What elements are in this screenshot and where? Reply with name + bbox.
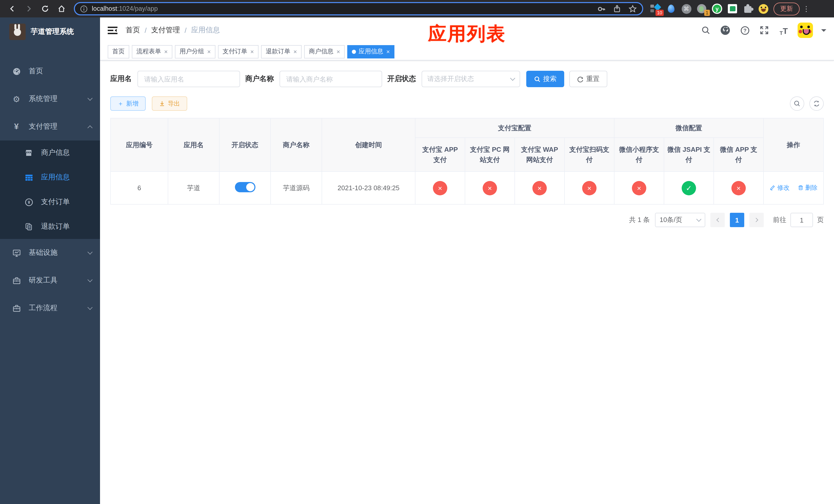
app-table: 应用编号 应用名 开启状态 商户名称 创建时间 支付宝配置 微信配置 操作 支付… bbox=[110, 118, 824, 205]
status-fail-icon: × bbox=[532, 181, 547, 195]
toggle-search-button[interactable] bbox=[790, 96, 804, 111]
tab-home[interactable]: 首页 bbox=[108, 45, 129, 58]
tab-process-form[interactable]: 流程表单× bbox=[132, 45, 172, 58]
sidebar-item-workflow[interactable]: 工作流程 bbox=[0, 294, 100, 322]
refresh-table-button[interactable] bbox=[809, 96, 824, 111]
tab-refund-order[interactable]: 退款订单× bbox=[261, 45, 302, 58]
cell-app-name: 芋道 bbox=[168, 171, 219, 204]
tab-user-group[interactable]: 用户分组× bbox=[175, 45, 215, 58]
close-icon[interactable]: × bbox=[336, 48, 340, 55]
chevron-down-icon bbox=[87, 249, 93, 255]
export-button[interactable]: 导出 bbox=[152, 96, 187, 111]
font-size-icon[interactable]: TT bbox=[778, 25, 789, 36]
sidebar-item-app-info[interactable]: 应用信息 bbox=[0, 165, 100, 190]
status-select[interactable]: 请选择开启状态 bbox=[422, 71, 520, 87]
close-icon[interactable]: × bbox=[164, 48, 168, 55]
app-title: 芋道管理系统 bbox=[31, 27, 74, 37]
close-icon[interactable]: × bbox=[386, 48, 390, 55]
prev-page-button[interactable] bbox=[710, 213, 725, 227]
edit-link[interactable]: 修改 bbox=[769, 184, 789, 192]
close-icon[interactable]: × bbox=[293, 48, 297, 55]
search-icon[interactable] bbox=[700, 25, 711, 36]
chevron-down-icon bbox=[696, 216, 701, 222]
github-icon[interactable] bbox=[720, 25, 731, 36]
chevron-down-icon bbox=[510, 76, 515, 81]
breadcrumb: 首页 / 支付管理 / 应用信息 bbox=[126, 26, 220, 35]
shop-icon bbox=[23, 149, 35, 157]
extension-icon[interactable] bbox=[666, 4, 676, 14]
sidebar-item-system[interactable]: ⚙ 系统管理 bbox=[0, 85, 100, 113]
site-info-icon[interactable] bbox=[80, 5, 88, 13]
payment-submenu: 商户信息 应用信息 ¥ 支付订单 bbox=[0, 140, 100, 239]
user-avatar[interactable] bbox=[797, 23, 813, 38]
home-icon[interactable] bbox=[55, 2, 68, 15]
annotation-title: 应用列表 bbox=[428, 22, 506, 47]
gear-icon: ⚙ bbox=[10, 94, 23, 104]
sidebar: 芋道管理系统 首页 ⚙ 系统管理 ¥ 支付管理 bbox=[0, 18, 100, 504]
tab-merchant-info[interactable]: 商户信息× bbox=[304, 45, 345, 58]
share-icon[interactable] bbox=[613, 5, 621, 13]
col-group-wechat: 微信配置 bbox=[614, 118, 764, 138]
fullscreen-icon[interactable] bbox=[759, 25, 770, 36]
table-row: 6 芋道 芋道源码 2021-10-23 08:49:25 × × × × × bbox=[111, 171, 824, 204]
search-icon bbox=[793, 100, 801, 107]
extensions-area: 10 ⌘ 1 y bbox=[650, 4, 768, 14]
add-button[interactable]: ＋ 新增 bbox=[110, 96, 146, 111]
reload-icon[interactable] bbox=[39, 2, 52, 15]
close-icon[interactable]: × bbox=[250, 48, 254, 55]
sidebar-item-merchant-info[interactable]: 商户信息 bbox=[0, 140, 100, 165]
reset-button[interactable]: 重置 bbox=[569, 71, 607, 87]
close-icon[interactable]: × bbox=[207, 48, 211, 55]
refresh-icon bbox=[577, 76, 584, 82]
tab-app-info[interactable]: 应用信息× bbox=[347, 45, 394, 58]
tab-pay-order[interactable]: 支付订单× bbox=[218, 45, 259, 58]
filter-form: 应用名 商户名称 开启状态 请选择开启状态 搜索 重置 bbox=[110, 71, 824, 87]
forward-icon[interactable] bbox=[22, 2, 36, 15]
page-size-select[interactable]: 10条/页 bbox=[655, 213, 705, 227]
goto-page-input[interactable] bbox=[790, 213, 813, 227]
sidebar-collapse-icon[interactable] bbox=[108, 26, 117, 35]
sidebar-item-home[interactable]: 首页 bbox=[0, 58, 100, 85]
search-button[interactable]: 搜索 bbox=[526, 71, 564, 87]
breadcrumb-home[interactable]: 首页 bbox=[126, 26, 140, 35]
browser-toolbar: localhost:1024/pay/app 10 ⌘ 1 y 更新 ⋮ bbox=[0, 0, 834, 18]
url-bar[interactable]: localhost:1024/pay/app bbox=[74, 2, 643, 15]
browser-menu-icon[interactable]: ⋮ bbox=[803, 5, 810, 13]
profile-avatar-icon[interactable] bbox=[758, 4, 768, 14]
extension-icon[interactable]: 10 bbox=[650, 4, 661, 14]
extension-icon[interactable]: ⌘ bbox=[681, 4, 692, 14]
extension-icon[interactable]: y bbox=[712, 4, 722, 14]
url-text: localhost:1024/pay/app bbox=[92, 5, 597, 12]
merchant-name-input[interactable] bbox=[280, 71, 382, 87]
next-page-button[interactable] bbox=[749, 213, 764, 227]
bookmark-star-icon[interactable] bbox=[628, 4, 637, 13]
sidebar-item-refund-order[interactable]: 退款订单 bbox=[0, 214, 100, 239]
app-logo-row[interactable]: 芋道管理系统 bbox=[0, 18, 100, 46]
help-icon[interactable]: ? bbox=[739, 25, 750, 36]
app-name-input[interactable] bbox=[137, 71, 240, 87]
breadcrumb-payment[interactable]: 支付管理 bbox=[151, 26, 180, 35]
merchant-name-label: 商户名称 bbox=[245, 74, 274, 84]
page-number-active[interactable]: 1 bbox=[730, 213, 744, 227]
yen-icon: ¥ bbox=[10, 122, 23, 131]
col-app-name: 应用名 bbox=[168, 118, 219, 171]
extension-icon[interactable]: 1 bbox=[697, 4, 707, 14]
delete-link[interactable]: 删除 bbox=[797, 184, 818, 192]
col-created: 创建时间 bbox=[322, 118, 415, 171]
extension-icon[interactable] bbox=[727, 4, 738, 14]
password-key-icon[interactable] bbox=[597, 4, 606, 13]
back-icon[interactable] bbox=[6, 2, 19, 15]
chevron-down-icon[interactable] bbox=[821, 29, 826, 34]
document-icon bbox=[23, 223, 35, 231]
enabled-toggle[interactable] bbox=[235, 182, 255, 192]
chevron-down-icon bbox=[87, 305, 93, 310]
chrome-update-button[interactable]: 更新 bbox=[773, 2, 799, 15]
extensions-puzzle-icon[interactable] bbox=[743, 4, 753, 14]
col-alipay-wap: 支付宝 WAP 网站支付 bbox=[515, 138, 565, 171]
yen-circle-icon: ¥ bbox=[23, 198, 35, 206]
sidebar-item-pay-order[interactable]: ¥ 支付订单 bbox=[0, 190, 100, 214]
sidebar-item-infrastructure[interactable]: 基础设施 bbox=[0, 239, 100, 267]
active-dot bbox=[352, 49, 356, 53]
sidebar-item-payment[interactable]: ¥ 支付管理 bbox=[0, 113, 100, 140]
sidebar-item-dev-tools[interactable]: 研发工具 bbox=[0, 267, 100, 294]
